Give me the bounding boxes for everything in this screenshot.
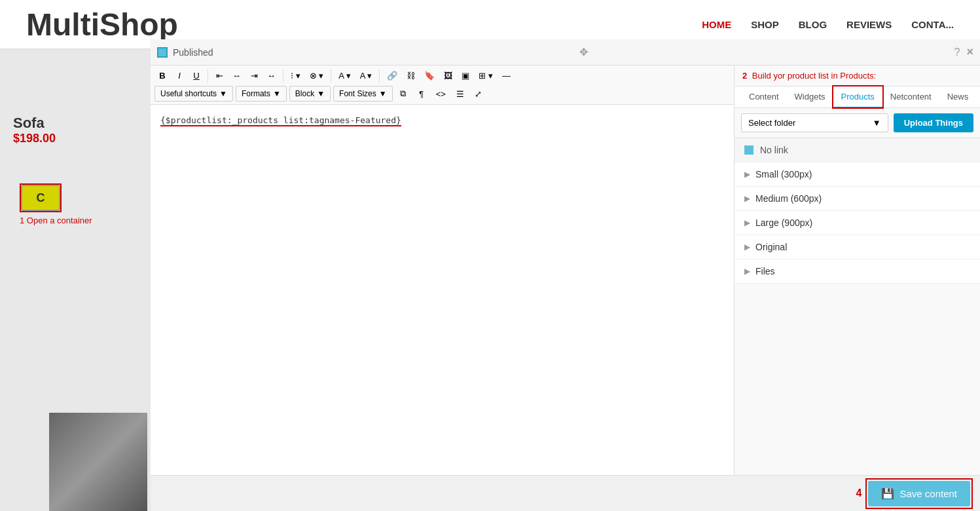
save-btn-wrapper: 💾 Save content [868, 481, 970, 506]
font-color-button[interactable]: A ▾ [335, 68, 355, 83]
tree-arrow-large: ▶ [744, 218, 750, 227]
fontsize-dropdown[interactable]: Font Sizes ▼ [333, 86, 393, 102]
tab-products-wrapper: Products [833, 86, 882, 107]
tree-item-small[interactable]: ▶ Small (300px) [735, 162, 980, 187]
bg-color-button[interactable]: A ▾ [356, 68, 376, 83]
tree-item-files[interactable]: ▶ Files [735, 259, 980, 284]
link-button[interactable]: 🔗 [383, 68, 401, 83]
align-justify-button[interactable]: ↔ [263, 68, 280, 83]
tree-arrow-small: ▶ [744, 170, 750, 179]
large-label: Large (900px) [755, 218, 812, 228]
ordered-list-button[interactable]: ⊗ ▾ [306, 68, 328, 83]
paragraph-button[interactable]: ¶ [414, 86, 429, 102]
tab-content[interactable]: Content [741, 86, 787, 108]
container-icon[interactable]: C [21, 185, 60, 211]
product-name: Sofa [13, 115, 137, 132]
save-content-button[interactable]: 💾 Save content [868, 481, 970, 506]
bold-button[interactable]: B [154, 68, 170, 83]
small-label: Small (300px) [755, 169, 812, 180]
step-4-number: 4 [856, 487, 862, 499]
published-icon [157, 47, 168, 58]
modal-header-left: Published [157, 47, 213, 58]
right-panel: 2 Build yor product list in Products: Co… [735, 66, 980, 475]
fullscreen-button[interactable]: ⤢ [471, 86, 486, 102]
tree-arrow-files: ▶ [744, 267, 750, 276]
select-folder-label: Select folder [748, 118, 795, 128]
tree-item-medium[interactable]: ▶ Medium (600px) [735, 187, 980, 211]
nav-reviews[interactable]: REVIEWS [846, 19, 892, 30]
website-logo: MultiShop [26, 7, 178, 43]
template-button[interactable]: ⧉ [395, 86, 411, 102]
tree-item-original[interactable]: ▶ Original [735, 235, 980, 259]
toolbar-separator-4 [379, 69, 380, 83]
medium-label: Medium (600px) [755, 193, 822, 204]
toolbar-row2: Useful shortcuts ▼ Formats ▼ Block ▼ Fon… [154, 86, 730, 102]
toolbar-separator-2 [283, 69, 283, 83]
tree-item-nolink: No link [735, 138, 980, 162]
editor-toolbar: B I U ⇤ ↔ ⇥ ↔ ⁝ ▾ ⊗ ▾ A ▾ A ▾ 🔗 ⛓ 🔖 🖼 ▣ [151, 66, 734, 105]
image-button[interactable]: 🖼 [440, 68, 456, 83]
website-nav: HOME SHOP BLOG REVIEWS CONTA... [702, 19, 954, 30]
underline-button[interactable]: U [189, 68, 204, 83]
help-icon[interactable]: ? [954, 47, 960, 58]
files-label: Files [755, 266, 775, 276]
upload-row: Select folder ▼ Upload Things [735, 108, 980, 138]
modal-header-right: ? × [954, 45, 973, 59]
nav-home[interactable]: HOME [702, 19, 731, 30]
tree-arrow-original: ▶ [744, 242, 750, 252]
unlink-button[interactable]: ⛓ [403, 68, 419, 83]
align-left-button[interactable]: ⇤ [211, 68, 227, 83]
select-folder-dropdown[interactable]: Select folder ▼ [741, 113, 888, 132]
media-button[interactable]: ▣ [458, 68, 473, 83]
modal-move-handle[interactable]: ✥ [579, 46, 588, 58]
tab-products[interactable]: Products [833, 86, 882, 108]
block-dropdown[interactable]: Block ▼ [289, 86, 331, 102]
panel-hint: 2 Build yor product list in Products: [735, 66, 980, 86]
modal-title: Published [173, 47, 213, 58]
italic-button[interactable]: I [172, 68, 187, 83]
bottom-image [49, 413, 147, 511]
editor-area: B I U ⇤ ↔ ⇥ ↔ ⁝ ▾ ⊗ ▾ A ▾ A ▾ 🔗 ⛓ 🔖 🖼 ▣ [151, 66, 735, 475]
hint-text: Build yor product list in Products: [752, 71, 876, 81]
tabs-row: Content Widgets Products Netcontent News [735, 86, 980, 108]
nav-contact[interactable]: CONTA... [911, 19, 954, 30]
nav-blog[interactable]: BLOG [799, 19, 827, 30]
save-label: Save content [899, 488, 957, 499]
tree-arrow-medium: ▶ [744, 194, 750, 203]
tree-item-large[interactable]: ▶ Large (900px) [735, 211, 980, 235]
editor-text: {$productlist:_products list:tagnames-Fe… [160, 115, 401, 126]
file-tree: No link ▶ Small (300px) ▶ Medium (600px)… [735, 138, 980, 475]
modal-body: B I U ⇤ ↔ ⇥ ↔ ⁝ ▾ ⊗ ▾ A ▾ A ▾ 🔗 ⛓ 🔖 🖼 ▣ [151, 66, 980, 475]
tab-news[interactable]: News [939, 86, 977, 108]
upload-things-button[interactable]: Upload Things [894, 113, 973, 132]
product-price: $198.00 [13, 132, 137, 145]
align-right-button[interactable]: ⇥ [246, 68, 262, 83]
formats-dropdown[interactable]: Formats ▼ [236, 86, 287, 102]
toolbar-separator-3 [331, 69, 331, 83]
modal-header: Published ✥ ? × [151, 39, 980, 66]
nav-shop[interactable]: SHOP [751, 19, 779, 30]
nolink-label: No link [760, 145, 788, 155]
dropdown-arrow-icon: ▼ [873, 118, 881, 128]
shortcuts-dropdown[interactable]: Useful shortcuts ▼ [154, 86, 233, 102]
bookmark-button[interactable]: 🔖 [420, 68, 439, 83]
modal-footer: 4 💾 Save content [151, 475, 980, 511]
hr-button[interactable]: — [498, 68, 515, 83]
table-button[interactable]: ⊞ ▾ [475, 68, 497, 83]
step-2-number: 2 [742, 71, 747, 81]
editor-modal: Published ✥ ? × B I U ⇤ ↔ ⇥ ↔ ⁝ ▾ [151, 39, 980, 511]
close-icon[interactable]: × [966, 45, 973, 59]
source-button[interactable]: ☰ [452, 86, 468, 102]
code-button[interactable]: <> [432, 86, 450, 102]
nolink-checkbox[interactable] [744, 145, 753, 155]
toolbar-separator-1 [208, 69, 208, 83]
tab-widgets[interactable]: Widgets [787, 86, 833, 108]
save-icon: 💾 [881, 487, 894, 500]
align-center-button[interactable]: ↔ [228, 68, 245, 83]
list-button[interactable]: ⁝ ▾ [287, 68, 304, 83]
original-label: Original [755, 242, 787, 252]
tab-netcontent[interactable]: Netcontent [882, 86, 939, 108]
editor-content[interactable]: {$productlist:_products list:tagnames-Fe… [151, 105, 734, 475]
container-label: 1 Open a container [20, 216, 92, 225]
container-wrapper: C 1 Open a container [20, 183, 92, 225]
